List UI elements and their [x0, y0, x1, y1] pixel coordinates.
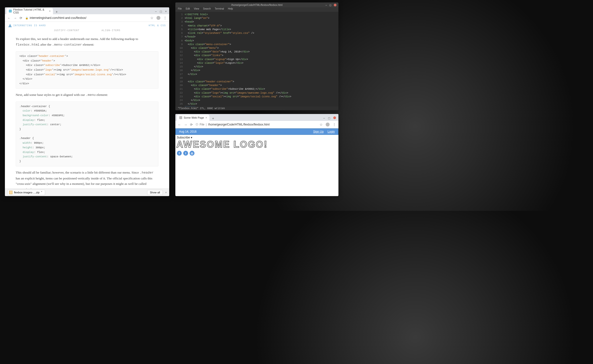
address-bar[interactable]: 🔒 internetingishard.com/html-and-css/fle… — [25, 16, 147, 20]
browser-tab-active[interactable]: Some Web Page × — [177, 114, 209, 121]
editor-menu-edit[interactable]: Edit — [186, 7, 190, 12]
window-controls: – ◻ × — [153, 9, 169, 14]
facebook-icon[interactable]: f — [177, 151, 182, 156]
code-block-css[interactable]: .header-container { color: #5995DA; back… — [16, 101, 158, 166]
editor-window: /home/george/Code/HTML/flexbox/flexbox.h… — [175, 2, 338, 110]
back-button[interactable]: ← — [178, 123, 181, 126]
diagram-label-justify: JUSTIFY-CONTENT — [54, 29, 79, 32]
page-menu-bar: Aug 14, 2016 Sign Up Login — [175, 128, 338, 135]
site-logo[interactable]: INTERNETING IS HARD — [8, 24, 46, 27]
zip-file-icon — [9, 191, 13, 194]
article-content[interactable]: JUSTIFY-CONTENT ALIGN-ITEMS To explore t… — [5, 29, 169, 188]
browser-toolbar: ← → ⟳ 🔒 internetingishard.com/html-and-c… — [5, 14, 169, 22]
twitter-icon[interactable]: t — [183, 151, 188, 156]
page-menu-signup[interactable]: Sign Up — [313, 130, 324, 133]
tab-favicon — [9, 10, 12, 13]
close-window-icon[interactable]: × — [165, 10, 167, 13]
minimize-icon[interactable]: – — [155, 10, 157, 13]
maximize-icon[interactable]: ◻ — [160, 10, 162, 13]
new-tab-button[interactable]: + — [210, 116, 216, 121]
page-menu-date: Aug 14, 2016 — [179, 130, 196, 133]
page-logo: AWESOME LOGO! — [175, 139, 338, 150]
site-name: INTERNETING IS HARD — [13, 24, 46, 27]
close-downloads-bar-icon[interactable]: × — [165, 191, 167, 194]
diagram-label-align: ALIGN-ITEMS — [102, 29, 120, 32]
close-tab-icon[interactable]: × — [206, 116, 207, 119]
paragraph: This should all be familiar; however, th… — [16, 170, 158, 188]
paragraph: To explore this, we need to add a header… — [16, 36, 158, 48]
reload-button[interactable]: ⟳ — [20, 16, 22, 20]
page-social-icons: ft◎ — [175, 150, 338, 157]
site-header: INTERNETING IS HARD HTML & CSS — [5, 22, 169, 29]
editor-menu-help[interactable]: Help — [228, 7, 233, 12]
tab-title: Some Web Page — [184, 116, 204, 119]
code-block-html[interactable]: <div class='header-container'> <div clas… — [16, 51, 158, 89]
minimize-icon[interactable]: – — [323, 116, 325, 120]
tab-favicon — [179, 116, 182, 119]
browser-menu-kebab-icon[interactable]: ⋮ — [333, 123, 336, 126]
download-filename: flexbox-images-....zip — [14, 191, 39, 194]
close-window-icon[interactable] — [334, 4, 336, 6]
window-controls: – ◻ — [321, 115, 338, 121]
back-button[interactable]: ← — [7, 16, 11, 20]
editor-menu-file[interactable]: File — [178, 7, 182, 12]
browser-tabbar: Flexbox Tutorial | HTML & CSS × + – ◻ × — [5, 7, 169, 14]
address-bar[interactable]: ⓘ File | /home/george/Code/HTML/flexbox/… — [196, 123, 317, 126]
url-scheme: File — [200, 123, 204, 126]
tab-title: Flexbox Tutorial | HTML & CSS — [13, 8, 48, 14]
preview-browser-window: Some Web Page × + – ◻ ← → ⟳ ⓘ File | /ho… — [175, 114, 338, 196]
downloads-bar: flexbox-images-....zip ˅ Show all × — [5, 188, 169, 196]
url-text: internetingishard.com/html-and-css/flexb… — [30, 16, 86, 20]
url-text: /home/george/Code/HTML/flexbox/flexbox.h… — [208, 123, 270, 126]
reload-button[interactable]: ⟳ — [190, 123, 193, 126]
editor-menubar: FileEditViewSearchTerminalHelp — [175, 7, 338, 12]
new-tab-button[interactable]: + — [54, 9, 59, 14]
minimize-icon[interactable]: – — [325, 4, 327, 6]
nav-link-html-css[interactable]: HTML & CSS — [149, 24, 166, 27]
tutorial-browser-window: Flexbox Tutorial | HTML & CSS × + – ◻ × … — [5, 7, 169, 196]
bookmark-star-icon[interactable]: ☆ — [320, 123, 323, 126]
browser-menu-kebab-icon[interactable]: ⋮ — [163, 16, 167, 20]
forward-button[interactable]: → — [13, 16, 17, 20]
editor-titlebar[interactable]: /home/george/Code/HTML/flexbox/flexbox.h… — [175, 2, 338, 7]
download-chevron-icon[interactable]: ˅ — [41, 191, 42, 194]
editor-menu-search[interactable]: Search — [203, 7, 211, 12]
forward-button[interactable]: → — [184, 123, 187, 126]
maximize-icon[interactable]: ◻ — [328, 116, 330, 120]
close-tab-icon[interactable]: × — [49, 10, 51, 13]
editor-title-text: /home/george/Code/HTML/flexbox/flexbox.h… — [231, 4, 283, 6]
close-window-icon[interactable] — [333, 116, 336, 119]
browser-tab-active[interactable]: Flexbox Tutorial | HTML & CSS × — [6, 8, 53, 14]
site-logo-icon — [8, 24, 12, 27]
editor-menu-terminal[interactable]: Terminal — [215, 7, 224, 12]
bookmark-star-icon[interactable]: ☆ — [150, 16, 154, 20]
editor-menu-view[interactable]: View — [194, 7, 199, 12]
download-item[interactable]: flexbox-images-....zip ˅ — [7, 190, 45, 195]
browser-toolbar: ← → ⟳ ⓘ File | /home/george/Code/HTML/fl… — [175, 121, 338, 128]
page-subscribe[interactable]: Subscribe ▾ — [175, 135, 338, 139]
profile-avatar-icon[interactable] — [326, 123, 330, 126]
editor-status-bar: "flexbox.html" 27L, 680C written — [175, 106, 338, 110]
show-all-downloads-button[interactable]: Show all — [147, 190, 163, 195]
instagram-icon[interactable]: ◎ — [190, 151, 194, 156]
lock-icon: 🔒 — [25, 17, 28, 19]
page-menu-login[interactable]: Login — [328, 130, 335, 133]
site-info-icon: ⓘ — [196, 123, 198, 126]
browser-tabbar: Some Web Page × + – ◻ — [175, 114, 338, 121]
editor-text-area[interactable]: 1<!DOCTYPE html> 2<html lang="en"> 3<hea… — [175, 12, 338, 106]
paragraph: Next, add some base styles to get it ali… — [16, 92, 158, 98]
maximize-icon[interactable]: ◻ — [329, 4, 331, 6]
profile-avatar-icon[interactable] — [156, 16, 160, 20]
